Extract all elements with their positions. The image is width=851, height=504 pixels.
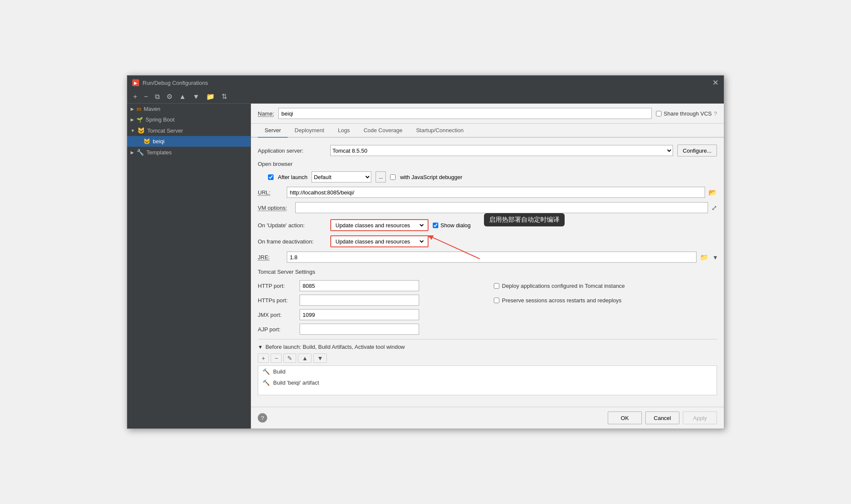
build-item-label: Build [273,368,286,375]
tab-logs[interactable]: Logs [331,124,357,138]
jmx-port-input[interactable] [300,309,419,320]
ajp-port-label: AJP port: [258,326,296,333]
templates-icon: 🔧 [137,149,144,156]
tab-startup-connection[interactable]: Startup/Connection [409,124,470,138]
build-icon: 🔨 [262,368,270,375]
sidebar-item-spring-boot[interactable]: ▶ 🌱 Spring Boot [127,114,251,125]
sidebar-label-spring-boot: Spring Boot [146,116,175,123]
ajp-port-row: AJP port: [258,324,481,335]
share-vcs-checkbox[interactable] [656,111,662,116]
ajp-port-input[interactable] [300,324,419,335]
name-input[interactable] [278,108,652,119]
appserver-label: Application server: [258,148,326,154]
build-artifact-icon: 🔨 [262,379,270,386]
after-launch-checkbox[interactable] [268,174,274,180]
annotation-text: 启用热部署自动定时编译 [484,213,565,226]
on-frame-select[interactable]: Update classes and resources [334,238,425,245]
bl-remove-button[interactable]: − [271,353,282,363]
sidebar-label-tomcat-server: Tomcat Server [147,127,183,134]
bl-up-button[interactable]: ▲ [298,353,312,363]
bl-edit-button[interactable]: ✎ [283,353,296,363]
show-dialog-checkbox[interactable] [433,223,438,228]
add-button[interactable]: + [131,92,140,101]
remove-button[interactable]: − [141,92,150,101]
close-icon[interactable]: ✕ [712,79,719,87]
jmx-port-row: JMX port: [258,309,481,320]
right-panel: Name: Share through VCS ? Server Deploym… [251,104,724,429]
bl-add-button[interactable]: + [258,353,269,363]
title-bar-left: ▶ Run/Debug Configurations [132,79,208,86]
maven-icon: m [137,106,141,112]
url-browse-icon[interactable]: 📂 [708,188,717,197]
open-browser-label: Open browser [258,161,326,167]
up-button[interactable]: ▲ [177,92,189,101]
on-update-container: On 'Update' action: Update classes and r… [258,219,717,247]
tab-code-coverage[interactable]: Code Coverage [357,124,409,138]
settings-button[interactable]: ⚙ [164,92,175,101]
sidebar-item-maven[interactable]: ▶ m Maven [127,104,251,114]
jre-input[interactable] [287,252,697,263]
main-content: ▶ m Maven ▶ 🌱 Spring Boot ▼ 🐱 Tomcat Ser… [127,104,724,429]
https-port-label: HTTPs port: [258,297,296,304]
sidebar-item-tomcat-server[interactable]: ▼ 🐱 Tomcat Server [127,125,251,136]
before-launch-toolbar: + − ✎ ▲ ▼ [258,353,717,363]
with-js-debugger-checkbox[interactable] [390,174,396,180]
jre-row: JRE: 📁 ▾ [258,252,717,263]
deploy-apps-checkbox[interactable] [494,283,499,289]
share-vcs-help-icon[interactable]: ? [714,110,717,117]
list-item[interactable]: 🔨 Build [258,366,717,377]
jre-dropdown-icon[interactable]: ▾ [714,253,717,261]
appserver-select[interactable]: Tomcat 8.5.50 [330,145,673,156]
url-input[interactable] [287,187,705,198]
jre-browse-icon[interactable]: 📁 [700,253,708,261]
annotation-group: 1 启用热部署自动定时编译 [484,215,493,224]
tabs-bar: Server Deployment Logs Code Coverage Sta… [251,124,724,138]
appserver-row: Application server: Tomcat 8.5.50 Config… [258,145,717,156]
sidebar-item-templates[interactable]: ▶ 🔧 Templates [127,147,251,158]
down-button[interactable]: ▼ [190,92,202,101]
share-vcs-row: Share through VCS ? [656,110,717,117]
jmx-port-label: JMX port: [258,312,296,318]
bl-down-button[interactable]: ▼ [313,353,327,363]
vm-options-input[interactable] [295,202,708,213]
bottom-buttons: OK Cancel Apply [608,411,717,424]
cancel-button[interactable]: Cancel [645,411,679,424]
preserve-sessions-checkbox[interactable] [494,298,499,303]
on-update-select[interactable]: Update classes and resources [334,222,425,229]
name-label: Name: [258,110,274,117]
list-item[interactable]: 🔨 Build 'beiqi' artifact [258,377,717,388]
browser-extra-button[interactable]: ... [376,171,386,182]
configure-button[interactable]: Configure... [677,145,717,156]
open-browser-header-row: Open browser [258,161,717,167]
sidebar-item-beiqi[interactable]: 🐱 beiqi [127,136,251,147]
copy-button[interactable]: ⧉ [152,92,162,101]
toolbar: + − ⧉ ⚙ ▲ ▼ 📁 ⇅ [127,90,724,104]
spring-boot-icon: 🌱 [137,117,143,123]
dialog-title: Run/Debug Configurations [143,80,208,86]
build-artifact-label: Build 'beiqi' artifact [273,379,319,386]
jre-label: JRE: [258,254,283,261]
tab-server[interactable]: Server [258,124,288,138]
title-bar: ▶ Run/Debug Configurations ✕ [127,75,724,90]
before-launch-section: ▼ Before launch: Build, Build Artifacts,… [258,339,717,395]
http-port-input[interactable] [300,280,419,291]
share-vcs-label: Share through VCS [664,110,712,117]
https-port-row: HTTPs port: [258,295,481,306]
https-port-input[interactable] [300,295,419,306]
ok-button[interactable]: OK [608,411,642,424]
sidebar-label-beiqi: beiqi [153,138,164,145]
bottom-bar: ? OK Cancel Apply [251,407,724,429]
browser-select[interactable]: Default [312,171,371,182]
http-port-label: HTTP port: [258,283,296,289]
before-launch-toggle[interactable]: ▼ [258,344,263,350]
sort-button[interactable]: ⇅ [219,92,230,101]
deploy-apps-row: Deploy applications configured in Tomcat… [494,280,717,291]
tab-deployment[interactable]: Deployment [288,124,331,138]
folder-button[interactable]: 📁 [204,92,217,101]
url-label: URL: [258,189,283,196]
expand-arrow-maven: ▶ [131,107,134,111]
help-icon[interactable]: ? [258,413,267,423]
preserve-sessions-label: Preserve sessions across restarts and re… [502,297,621,304]
beiqi-icon: 🐱 [143,138,150,145]
vm-expand-icon[interactable]: ⤢ [711,204,717,212]
